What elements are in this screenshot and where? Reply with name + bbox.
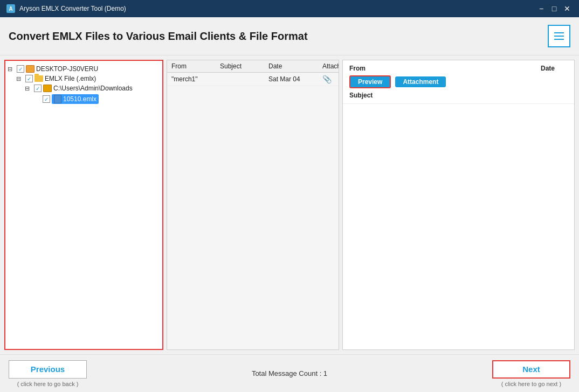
expand-icon-path[interactable]: ⊟	[25, 85, 32, 92]
file-tree-panel: ⊟ DESKTOP-JS0VERU ⊟ EMLX File (.emlx)	[4, 60, 163, 350]
footer-right: Next ( click here to go next )	[492, 360, 570, 387]
file-highlighted[interactable]: 10510.emlx	[52, 94, 99, 104]
email-list-panel: From Subject Date Attachment "merch1" Sa…	[167, 60, 339, 350]
close-button[interactable]: ✕	[562, 3, 573, 14]
file-icon	[54, 95, 61, 103]
preview-meta-right: Date	[541, 65, 568, 72]
checkbox-file[interactable]	[43, 95, 50, 103]
header: Convert EMLX Files to Various Email Clie…	[0, 17, 579, 55]
hamburger-line-1	[554, 32, 564, 33]
tree-label-computer: DESKTOP-JS0VERU	[36, 65, 98, 73]
preview-meta-left: From Preview Attachment Subject	[349, 65, 446, 99]
minimize-button[interactable]: −	[536, 3, 547, 14]
checkbox-emlx[interactable]	[25, 75, 33, 82]
email-date: Sat Mar 04	[268, 75, 322, 83]
menu-button[interactable]	[548, 25, 570, 47]
preview-button[interactable]: Preview	[349, 75, 391, 88]
tree-area: ⊟ DESKTOP-JS0VERU ⊟ EMLX File (.emlx)	[5, 61, 162, 349]
footer: Previous ( click here to go back ) Total…	[0, 354, 579, 392]
email-from: "merch1"	[171, 75, 220, 83]
next-hint: ( click here to go next )	[501, 381, 561, 387]
title-bar: A Aryson EMLX Converter Tool (Demo) − □ …	[0, 0, 579, 17]
preview-buttons-row: Preview Attachment	[349, 75, 446, 88]
date-label: Date	[541, 65, 568, 72]
title-bar-left: A Aryson EMLX Converter Tool (Demo)	[6, 4, 126, 13]
tree-node-computer[interactable]: ⊟ DESKTOP-JS0VERU	[8, 64, 160, 74]
computer-icon	[26, 65, 35, 73]
preview-top: From Preview Attachment Subject Date	[343, 60, 574, 104]
title-bar-text: Aryson EMLX Converter Tool (Demo)	[19, 5, 126, 12]
preview-content	[343, 104, 574, 349]
col-attachment: Attachment	[322, 62, 339, 70]
attachment-button[interactable]: Attachment	[395, 76, 446, 87]
email-list-header: From Subject Date Attachment	[167, 60, 339, 73]
preview-subject-row: Subject	[349, 92, 446, 99]
message-count: Total Message Count : 1	[252, 369, 327, 377]
col-date: Date	[268, 62, 322, 70]
tree-label-emlx: EMLX File (.emlx)	[45, 75, 96, 82]
tree-label-path: C:\Users\Admin\Downloads	[53, 85, 133, 92]
folder-icon-emlx	[35, 75, 43, 82]
page-title: Convert EMLX Files to Various Email Clie…	[9, 30, 308, 43]
main-content: ⊟ DESKTOP-JS0VERU ⊟ EMLX File (.emlx)	[0, 55, 579, 354]
email-list-body: "merch1" Sat Mar 04 📎	[167, 73, 339, 349]
preview-from-row: From	[349, 65, 446, 72]
window-controls: − □ ✕	[536, 3, 573, 14]
col-subject: Subject	[220, 62, 268, 70]
email-row[interactable]: "merch1" Sat Mar 04 📎	[167, 73, 339, 86]
expand-icon-computer[interactable]: ⊟	[8, 66, 15, 73]
app-icon: A	[6, 4, 15, 13]
next-button[interactable]: Next	[492, 360, 570, 379]
maximize-button[interactable]: □	[549, 3, 560, 14]
previous-button[interactable]: Previous	[9, 360, 87, 379]
tree-node-path[interactable]: ⊟ C:\Users\Admin\Downloads	[8, 83, 160, 93]
hamburger-line-2	[554, 36, 564, 37]
preview-panel: From Preview Attachment Subject Date	[342, 60, 575, 350]
footer-left: Previous ( click here to go back )	[9, 360, 87, 387]
expand-icon-emlx[interactable]: ⊟	[16, 75, 24, 82]
drive-icon	[43, 85, 52, 92]
from-label: From	[349, 65, 376, 72]
tree-label-file: 10510.emlx	[63, 95, 96, 103]
attachment-icon: 📎	[322, 75, 339, 83]
col-from: From	[171, 62, 220, 70]
previous-hint: ( click here to go back )	[17, 381, 79, 387]
checkbox-computer[interactable]	[17, 65, 24, 73]
tree-node-file[interactable]: 10510.emlx	[8, 93, 160, 105]
tree-node-emlx[interactable]: ⊟ EMLX File (.emlx)	[8, 74, 160, 83]
subject-label: Subject	[349, 92, 376, 99]
hamburger-line-3	[554, 39, 564, 40]
checkbox-path[interactable]	[34, 85, 42, 92]
